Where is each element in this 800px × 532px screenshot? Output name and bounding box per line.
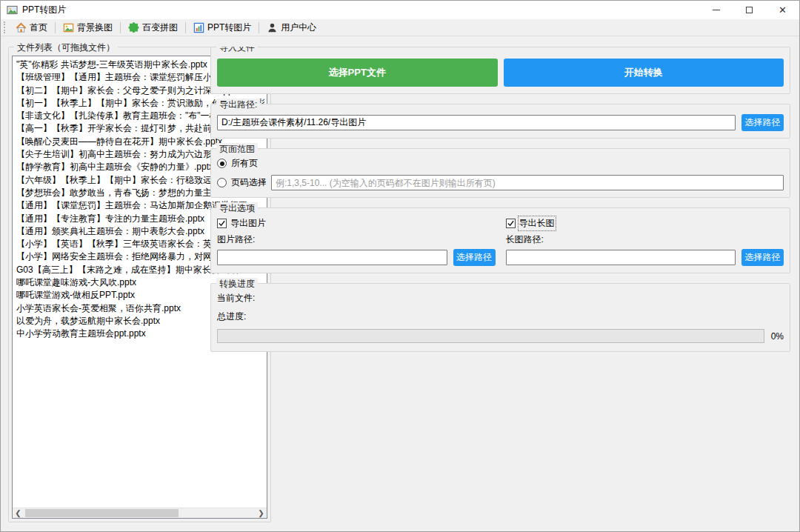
current-file-label: 当前文件: [217,293,255,303]
import-group: 导入文件 选择PPT文件 开始转换 [210,47,790,94]
maximize-icon [746,7,753,13]
export-path-group-title: 导出路径: [216,99,260,111]
progress-group-title: 转换进度 [216,278,258,290]
scroll-right-icon[interactable]: ❯ [256,508,267,518]
progress-bar [217,329,764,343]
export-long-image-label: 导出长图 [519,217,555,230]
toolbar-separator [55,22,56,33]
toolbar: 首页 背景换图 百变拼图 PPT转图片 [1,19,799,36]
total-progress-label: 总进度: [217,310,784,323]
image-path-label: 图片路径: [217,233,496,246]
minimize-icon [713,10,720,10]
all-pages-radio[interactable]: 所有页 [217,157,784,170]
long-image-path-label: 长图路径: [506,233,784,246]
page-range-group: 页面范围 所有页 页码选择 [210,148,790,198]
long-image-path-browse-button[interactable]: 选择路径 [741,249,784,266]
scrollbar-track[interactable] [24,508,256,518]
export-path-browse-button[interactable]: 选择路径 [741,114,784,131]
close-button[interactable]: ✕ [766,1,799,19]
toolbar-item-label: 背景换图 [77,21,113,34]
all-pages-label: 所有页 [231,157,258,170]
app-window: PPT转图片 ✕ 首页 背景换图 [0,0,800,532]
puzzle-icon [128,22,139,33]
import-group-title: 导入文件 [216,47,258,54]
toolbar-item-puzzle[interactable]: 百变拼图 [123,20,183,36]
export-images-checkbox[interactable]: 导出图片 [217,216,496,230]
image-path-input[interactable] [217,250,447,265]
select-ppt-button[interactable]: 选择PPT文件 [217,59,498,87]
progress-group: 转换进度 当前文件: 总进度: 0% [210,283,790,352]
titlebar: PPT转图片 ✕ [1,1,799,19]
page-select-radio[interactable]: 页码选择 [217,175,784,190]
page-select-label: 页码选择 [231,176,267,189]
export-path-input[interactable] [217,115,736,130]
start-convert-button[interactable]: 开始转换 [504,59,784,87]
toolbar-separator [120,22,121,33]
file-list-group-title: 文件列表（可拖拽文件） [14,41,118,54]
radio-icon [217,178,227,187]
toolbar-item-label: 首页 [30,21,47,34]
scroll-left-icon[interactable]: ❮ [13,508,24,518]
radio-icon [217,159,227,168]
toolbar-separator [185,22,186,33]
toolbar-item-label: PPT转图片 [207,21,251,34]
page-range-group-title: 页面范围 [216,143,258,156]
export-path-group: 导出路径: 选择路径 [210,104,790,139]
home-icon [16,22,27,33]
minimize-button[interactable] [699,1,733,19]
export-options-group-title: 导出选项 [216,202,258,215]
long-image-path-input[interactable] [506,250,736,265]
window-title: PPT转图片 [22,4,66,16]
toolbar-item-ppt-to-image[interactable]: PPT转图片 [188,20,256,36]
bar-chart-icon [193,22,204,33]
maximize-button[interactable] [733,1,766,19]
toolbar-grip[interactable] [4,21,7,33]
page-select-input[interactable] [271,175,784,190]
image-icon [63,22,74,33]
export-long-image-checkbox[interactable]: 导出长图 [506,216,784,230]
export-options-group: 导出选项 导出图片 导出长图 图片路径: [210,207,790,273]
main-area: 文件列表（可拖拽文件） "英"你精彩 共话梦想-三年级英语期中家长会.pptx【… [1,36,799,531]
checkbox-checked-icon [217,219,227,228]
close-icon: ✕ [779,5,787,15]
toolbar-item-label: 百变拼图 [142,21,178,34]
toolbar-item-label: 用户中心 [281,21,316,34]
toolbar-item-background-swap[interactable]: 背景换图 [58,20,118,36]
scrollbar-thumb[interactable] [25,509,179,517]
toolbar-item-user-center[interactable]: 用户中心 [261,20,321,36]
horizontal-scrollbar: ❮ ❯ [13,508,267,518]
toolbar-item-home[interactable]: 首页 [10,20,53,36]
app-icon [7,4,18,16]
user-icon [267,22,278,33]
export-images-label: 导出图片 [230,217,266,230]
progress-percent: 0% [771,331,784,342]
toolbar-separator [259,22,259,33]
image-path-browse-button[interactable]: 选择路径 [453,249,496,266]
checkbox-checked-icon [506,219,516,228]
